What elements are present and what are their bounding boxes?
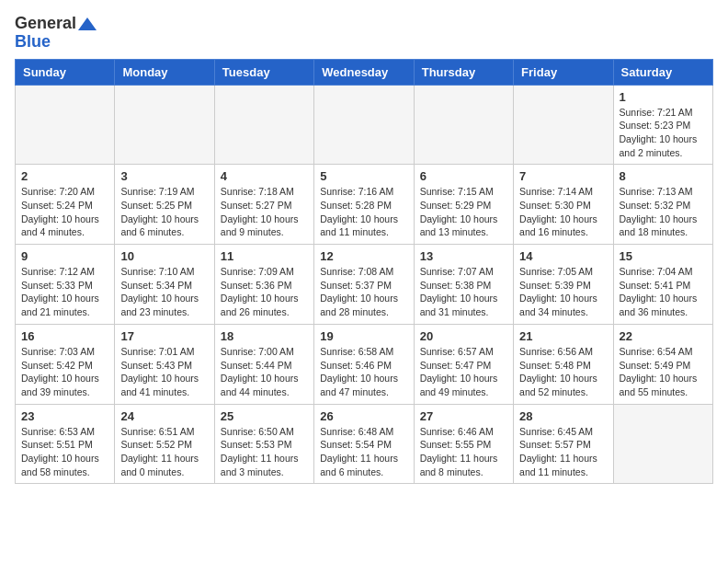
day-number: 18 xyxy=(221,329,308,343)
day-number: 26 xyxy=(320,409,407,423)
day-number: 8 xyxy=(620,169,707,183)
week-row-2: 9Sunrise: 7:12 AMSunset: 5:33 PMDaylight… xyxy=(16,245,713,325)
calendar-cell: 27Sunrise: 6:46 AMSunset: 5:55 PMDayligh… xyxy=(414,404,513,484)
day-info: Sunrise: 7:04 AMSunset: 5:41 PMDaylight:… xyxy=(620,265,707,319)
day-number: 15 xyxy=(620,249,707,263)
day-number: 23 xyxy=(21,409,108,423)
weekday-header-sunday: Sunday xyxy=(16,59,115,85)
day-info: Sunrise: 7:21 AMSunset: 5:23 PMDaylight:… xyxy=(620,106,707,160)
svg-marker-0 xyxy=(78,17,97,30)
calendar-cell: 6Sunrise: 7:15 AMSunset: 5:29 PMDaylight… xyxy=(414,165,513,245)
day-info: Sunrise: 7:12 AMSunset: 5:33 PMDaylight:… xyxy=(21,265,108,319)
logo: General Blue xyxy=(15,15,97,52)
calendar-cell: 16Sunrise: 7:03 AMSunset: 5:42 PMDayligh… xyxy=(16,324,115,404)
day-number: 5 xyxy=(320,169,407,183)
logo-icon xyxy=(78,17,97,30)
day-number: 14 xyxy=(519,249,607,263)
day-info: Sunrise: 6:53 AMSunset: 5:51 PMDaylight:… xyxy=(21,425,108,479)
day-number: 6 xyxy=(420,169,507,183)
calendar-cell: 8Sunrise: 7:13 AMSunset: 5:32 PMDaylight… xyxy=(613,165,712,245)
day-number: 17 xyxy=(120,329,208,343)
day-info: Sunrise: 7:08 AMSunset: 5:37 PMDaylight:… xyxy=(320,265,407,319)
calendar-cell: 18Sunrise: 7:00 AMSunset: 5:44 PMDayligh… xyxy=(214,324,313,404)
calendar-cell xyxy=(613,404,712,484)
calendar-table: SundayMondayTuesdayWednesdayThursdayFrid… xyxy=(15,59,713,485)
calendar-cell xyxy=(414,85,513,165)
calendar-cell: 20Sunrise: 6:57 AMSunset: 5:47 PMDayligh… xyxy=(414,324,513,404)
calendar-cell: 10Sunrise: 7:10 AMSunset: 5:34 PMDayligh… xyxy=(115,245,214,325)
day-info: Sunrise: 7:18 AMSunset: 5:27 PMDaylight:… xyxy=(221,185,308,239)
calendar-cell: 22Sunrise: 6:54 AMSunset: 5:49 PMDayligh… xyxy=(613,324,712,404)
day-info: Sunrise: 6:51 AMSunset: 5:52 PMDaylight:… xyxy=(120,425,208,479)
calendar-cell: 9Sunrise: 7:12 AMSunset: 5:33 PMDaylight… xyxy=(16,245,115,325)
day-number: 22 xyxy=(620,329,707,343)
day-number: 16 xyxy=(21,329,108,343)
day-number: 2 xyxy=(21,169,108,183)
calendar-cell: 19Sunrise: 6:58 AMSunset: 5:46 PMDayligh… xyxy=(314,324,414,404)
day-number: 9 xyxy=(21,249,108,263)
weekday-header-saturday: Saturday xyxy=(613,59,712,85)
day-info: Sunrise: 7:01 AMSunset: 5:43 PMDaylight:… xyxy=(120,345,208,399)
calendar-cell: 2Sunrise: 7:20 AMSunset: 5:24 PMDaylight… xyxy=(16,165,115,245)
day-number: 7 xyxy=(519,169,607,183)
calendar-cell xyxy=(314,85,414,165)
weekday-header-wednesday: Wednesday xyxy=(314,59,414,85)
calendar-cell: 7Sunrise: 7:14 AMSunset: 5:30 PMDaylight… xyxy=(514,165,613,245)
calendar-cell: 4Sunrise: 7:18 AMSunset: 5:27 PMDaylight… xyxy=(214,165,313,245)
calendar-cell: 13Sunrise: 7:07 AMSunset: 5:38 PMDayligh… xyxy=(414,245,513,325)
day-info: Sunrise: 6:57 AMSunset: 5:47 PMDaylight:… xyxy=(420,345,507,399)
calendar-cell: 28Sunrise: 6:45 AMSunset: 5:57 PMDayligh… xyxy=(514,404,613,484)
calendar-cell: 3Sunrise: 7:19 AMSunset: 5:25 PMDaylight… xyxy=(115,165,214,245)
day-info: Sunrise: 7:16 AMSunset: 5:28 PMDaylight:… xyxy=(320,185,407,239)
calendar-cell xyxy=(115,85,214,165)
day-number: 21 xyxy=(519,329,607,343)
day-info: Sunrise: 6:58 AMSunset: 5:46 PMDaylight:… xyxy=(320,345,407,399)
day-number: 10 xyxy=(120,249,208,263)
calendar-cell: 12Sunrise: 7:08 AMSunset: 5:37 PMDayligh… xyxy=(314,245,414,325)
logo-blue: Blue xyxy=(15,33,97,52)
calendar-cell xyxy=(514,85,613,165)
calendar-cell xyxy=(16,85,115,165)
weekday-header-friday: Friday xyxy=(514,59,613,85)
calendar-cell: 1Sunrise: 7:21 AMSunset: 5:23 PMDaylight… xyxy=(613,85,712,165)
day-number: 27 xyxy=(420,409,507,423)
day-number: 3 xyxy=(120,169,208,183)
logo-general: General xyxy=(15,15,76,33)
weekday-header-monday: Monday xyxy=(115,59,214,85)
day-number: 12 xyxy=(320,249,407,263)
calendar-cell: 24Sunrise: 6:51 AMSunset: 5:52 PMDayligh… xyxy=(115,404,214,484)
day-info: Sunrise: 7:10 AMSunset: 5:34 PMDaylight:… xyxy=(120,265,208,319)
day-info: Sunrise: 7:05 AMSunset: 5:39 PMDaylight:… xyxy=(519,265,607,319)
day-info: Sunrise: 7:03 AMSunset: 5:42 PMDaylight:… xyxy=(21,345,108,399)
calendar-cell: 5Sunrise: 7:16 AMSunset: 5:28 PMDaylight… xyxy=(314,165,414,245)
calendar-cell: 14Sunrise: 7:05 AMSunset: 5:39 PMDayligh… xyxy=(514,245,613,325)
weekday-header-tuesday: Tuesday xyxy=(214,59,313,85)
day-info: Sunrise: 7:00 AMSunset: 5:44 PMDaylight:… xyxy=(221,345,308,399)
day-number: 28 xyxy=(519,409,607,423)
day-info: Sunrise: 6:46 AMSunset: 5:55 PMDaylight:… xyxy=(420,425,507,479)
day-number: 4 xyxy=(221,169,308,183)
weekday-header-row: SundayMondayTuesdayWednesdayThursdayFrid… xyxy=(16,59,713,85)
day-info: Sunrise: 6:56 AMSunset: 5:48 PMDaylight:… xyxy=(519,345,607,399)
week-row-3: 16Sunrise: 7:03 AMSunset: 5:42 PMDayligh… xyxy=(16,324,713,404)
calendar-cell: 21Sunrise: 6:56 AMSunset: 5:48 PMDayligh… xyxy=(514,324,613,404)
calendar-cell xyxy=(214,85,313,165)
week-row-1: 2Sunrise: 7:20 AMSunset: 5:24 PMDaylight… xyxy=(16,165,713,245)
weekday-header-thursday: Thursday xyxy=(414,59,513,85)
day-number: 24 xyxy=(120,409,208,423)
calendar-cell: 23Sunrise: 6:53 AMSunset: 5:51 PMDayligh… xyxy=(16,404,115,484)
day-info: Sunrise: 6:54 AMSunset: 5:49 PMDaylight:… xyxy=(620,345,707,399)
calendar-cell: 11Sunrise: 7:09 AMSunset: 5:36 PMDayligh… xyxy=(214,245,313,325)
day-info: Sunrise: 7:09 AMSunset: 5:36 PMDaylight:… xyxy=(221,265,308,319)
day-info: Sunrise: 6:48 AMSunset: 5:54 PMDaylight:… xyxy=(320,425,407,479)
calendar-cell: 15Sunrise: 7:04 AMSunset: 5:41 PMDayligh… xyxy=(613,245,712,325)
day-number: 19 xyxy=(320,329,407,343)
day-info: Sunrise: 6:45 AMSunset: 5:57 PMDaylight:… xyxy=(519,425,607,479)
day-number: 11 xyxy=(221,249,308,263)
day-number: 13 xyxy=(420,249,507,263)
day-number: 1 xyxy=(620,90,707,104)
calendar-cell: 17Sunrise: 7:01 AMSunset: 5:43 PMDayligh… xyxy=(115,324,214,404)
calendar-cell: 26Sunrise: 6:48 AMSunset: 5:54 PMDayligh… xyxy=(314,404,414,484)
day-number: 20 xyxy=(420,329,507,343)
day-info: Sunrise: 7:15 AMSunset: 5:29 PMDaylight:… xyxy=(420,185,507,239)
